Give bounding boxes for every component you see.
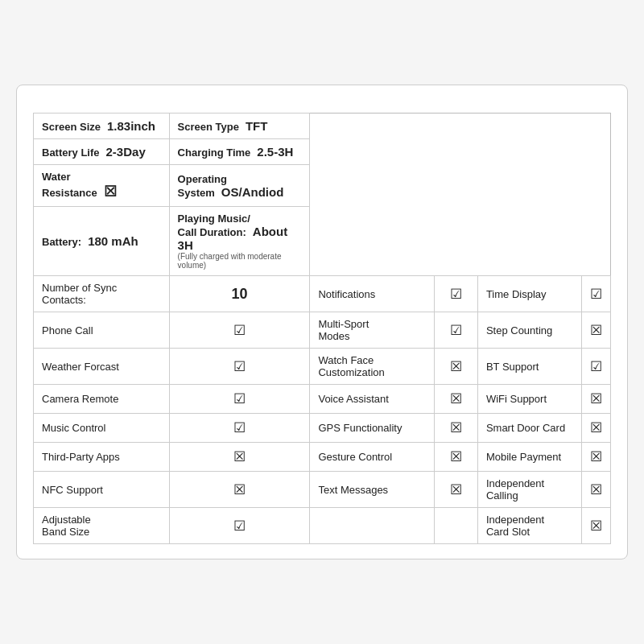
spec-value2: OS/Andiod: [221, 185, 284, 199]
spec-value: 180 mAh: [88, 234, 138, 248]
feature-label: Music Control: [34, 414, 170, 443]
feature-check: ☒: [581, 312, 610, 349]
feature-label: AdjustableBand Size: [34, 508, 170, 544]
feature-check: ☒: [581, 472, 610, 508]
feature-label: Mobile Payment: [477, 443, 581, 472]
spec-label: Battery:: [42, 236, 81, 248]
feature-label: Notifications: [310, 276, 435, 312]
feature-label: IndependentCard Slot: [477, 508, 581, 544]
feature-label: Gesture Control: [310, 443, 435, 472]
spec-label2: OperatingSystem: [178, 173, 227, 199]
feature-check: ☒: [435, 414, 478, 443]
feature-check: ☑: [169, 349, 310, 385]
feature-label: Watch FaceCustomization: [310, 349, 435, 385]
feature-check: ☒: [581, 385, 610, 414]
feature-check: ☑: [435, 312, 478, 349]
feature-label: [310, 508, 435, 544]
feature-label: Third-Party Apps: [34, 443, 170, 472]
feature-check: ☑: [581, 349, 610, 385]
feature-label: Text Messages: [310, 472, 435, 508]
feature-check: ☑: [435, 276, 478, 312]
feature-label: BT Support: [477, 349, 581, 385]
feature-label: WiFi Support: [477, 385, 581, 414]
feature-label: Smart Door Card: [477, 414, 581, 443]
feature-check: ☒: [169, 443, 310, 472]
feature-check: ☒: [435, 385, 478, 414]
feature-check: ☑: [581, 276, 610, 312]
feature-check: 10: [169, 276, 310, 312]
spec-label: Screen Size: [42, 121, 101, 133]
feature-check: ☒: [581, 508, 610, 544]
specs-table: Screen Size1.83inchScreen TypeTFTBattery…: [33, 113, 611, 544]
feature-label: GPS Functionality: [310, 414, 435, 443]
feature-label: IndependentCalling: [477, 472, 581, 508]
spec-label2: Screen Type: [178, 121, 239, 133]
spec-label2: Charging Time: [178, 147, 251, 159]
feature-check: ☑: [169, 414, 310, 443]
feature-check: ☒: [169, 472, 310, 508]
spec-value2: 2.5-3H: [257, 145, 293, 159]
feature-label: Voice Assistant: [310, 385, 435, 414]
spec-value: 1.83inch: [107, 119, 155, 133]
feature-check: [435, 508, 478, 544]
feature-label: Phone Call: [34, 312, 170, 349]
main-card: Screen Size1.83inchScreen TypeTFTBattery…: [16, 85, 628, 559]
feature-check: ☒: [581, 443, 610, 472]
spec-label: Battery Life: [42, 147, 100, 159]
spec-note: (Fully charged with moderate volume): [178, 252, 302, 270]
feature-check: ☒: [435, 472, 478, 508]
feature-check: ☒: [581, 414, 610, 443]
spec-value: ☒: [104, 184, 117, 200]
feature-check: ☑: [169, 385, 310, 414]
feature-label: Step Counting: [477, 312, 581, 349]
feature-label: Camera Remote: [34, 385, 170, 414]
feature-label: Multi-SportModes: [310, 312, 435, 349]
feature-check: ☑: [169, 508, 310, 544]
feature-check: ☒: [435, 349, 478, 385]
feature-label: Time Display: [477, 276, 581, 312]
feature-check: ☑: [169, 312, 310, 349]
spec-value: 2-3Day: [106, 145, 146, 159]
feature-label: Weather Forcast: [34, 349, 170, 385]
feature-label: NFC Support: [34, 472, 170, 508]
spec-value2: TFT: [246, 119, 268, 133]
feature-check: ☒: [435, 443, 478, 472]
spec-label: WaterResistance: [42, 171, 97, 199]
feature-label: Number of SyncContacts:: [34, 276, 170, 312]
spec-label2: Playing Music/Call Duration:: [178, 213, 250, 238]
